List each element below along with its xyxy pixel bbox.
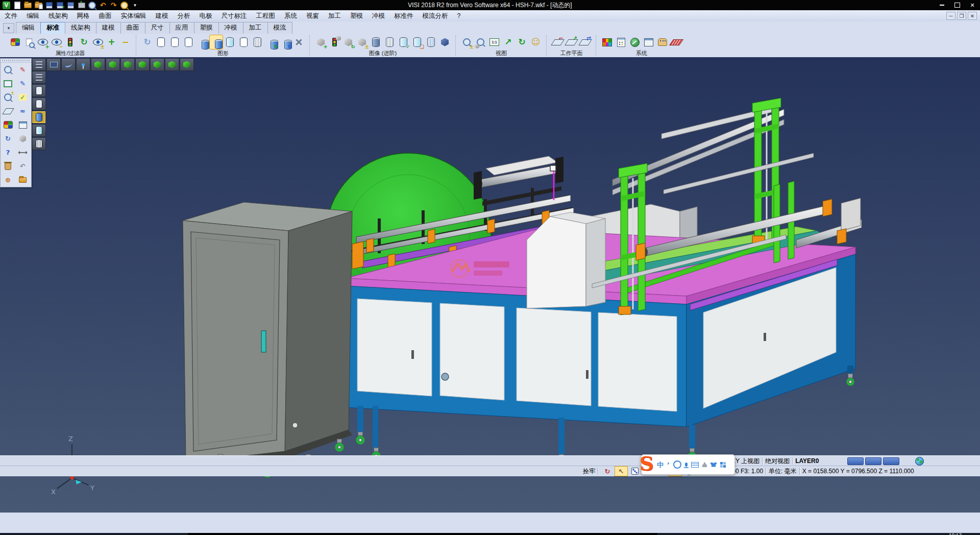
workplane-switch-icon[interactable]: ⇄	[578, 35, 592, 50]
menu-surface[interactable]: 曲面	[94, 11, 116, 21]
sketch-curve-icon[interactable]: ✎	[15, 77, 30, 90]
taskbar-window-button[interactable]	[188, 533, 657, 535]
tab-mould[interactable]: 塑膜	[194, 22, 219, 34]
iso-view-4-icon[interactable]	[135, 58, 150, 71]
menu-machining[interactable]: 加工	[324, 11, 346, 21]
tab-edit[interactable]: 编辑	[16, 22, 41, 34]
open-part-icon[interactable]	[34, 1, 43, 10]
menu-help[interactable]: ?	[453, 11, 465, 20]
eye-add-icon[interactable]: +	[36, 35, 50, 50]
attribute-palette-icon[interactable]	[8, 35, 22, 50]
hidden-line-mode-icon[interactable]	[32, 98, 46, 110]
tab-standard[interactable]: 标准	[40, 22, 65, 34]
system-settings-icon[interactable]	[628, 35, 642, 50]
outline-cylinder-icon[interactable]	[182, 35, 195, 50]
visibility-plus-icon[interactable]: +	[105, 35, 118, 50]
menu-mesh[interactable]: 网格	[72, 11, 94, 21]
calculator-icon[interactable]	[614, 35, 628, 50]
soft-keyboard-icon[interactable]	[691, 462, 699, 468]
shaded-view-face-icon[interactable]: ☺	[529, 35, 543, 50]
mdi-minimize-button[interactable]: ─	[946, 12, 955, 20]
redo-icon[interactable]: ↷	[109, 1, 118, 10]
menu-system[interactable]: 系统	[280, 11, 302, 21]
solids-traffic-light-icon[interactable]	[328, 35, 341, 50]
save-copy-icon[interactable]	[66, 1, 76, 10]
hatch-cylinder-icon[interactable]	[251, 35, 264, 50]
save-icon[interactable]	[44, 1, 54, 10]
eye-remove-icon[interactable]: −	[50, 35, 63, 50]
wire-solid-icon[interactable]	[424, 35, 438, 50]
confirm-check-icon[interactable]: ✓	[15, 90, 30, 104]
fit-window-icon[interactable]	[46, 58, 61, 71]
solids-refresh-icon[interactable]: ↻	[341, 35, 355, 50]
shaded-mode-icon[interactable]	[32, 111, 46, 124]
chinese-mode-icon[interactable]: 中	[657, 461, 664, 468]
tab-progress[interactable]: 冲模	[218, 22, 243, 34]
transparent-mode-icon[interactable]	[32, 137, 46, 150]
snap-refresh-icon[interactable]: ↻	[601, 467, 614, 476]
menu-edit[interactable]: 编辑	[22, 11, 44, 21]
menu-standard-parts[interactable]: 标准件	[389, 11, 418, 21]
help-tool-icon[interactable]: ?	[1, 145, 15, 159]
wireframe-mode-icon[interactable]	[32, 84, 46, 97]
search-icon[interactable]	[119, 1, 129, 10]
lock-label[interactable]: 拴牢	[583, 467, 595, 476]
skin-icon[interactable]	[710, 463, 717, 467]
qat-dropdown-icon[interactable]: ▼	[130, 1, 140, 10]
preview-page-icon[interactable]	[22, 35, 36, 50]
menu-drawing[interactable]: 工程图	[252, 11, 280, 21]
dynamic-view-icon[interactable]	[61, 58, 76, 71]
menu-modeling[interactable]: 建模	[151, 11, 173, 21]
shading-menu-icon[interactable]	[32, 71, 46, 84]
measure-distance-icon[interactable]: ⟷	[15, 145, 30, 159]
person-icon[interactable]	[702, 462, 707, 467]
transparent-cylinder-icon[interactable]	[223, 35, 237, 50]
visibility-minus-icon[interactable]: −	[118, 35, 132, 50]
tab-modeling[interactable]: 建模	[96, 22, 121, 34]
minimize-button[interactable]	[934, 0, 949, 10]
hidden-line-cylinder-icon[interactable]	[168, 35, 182, 50]
menu-mould[interactable]: 塑模	[346, 11, 368, 21]
grid-settings-icon[interactable]	[669, 35, 683, 50]
update-cylinder-icon[interactable]: ↻	[278, 35, 292, 50]
microphone-icon[interactable]	[685, 463, 688, 467]
plot-print-icon[interactable]	[77, 1, 86, 10]
filter-refresh-icon[interactable]: ↻	[77, 35, 91, 50]
tab-machining[interactable]: 加工	[243, 22, 268, 34]
solids-add-icon[interactable]: +	[314, 35, 328, 50]
window-options-icon[interactable]	[642, 35, 655, 50]
menu-progress[interactable]: 冲模	[368, 11, 389, 21]
grid-window-icon[interactable]	[15, 118, 30, 132]
toolbox-grid-icon[interactable]	[720, 462, 726, 468]
open-import-icon[interactable]	[15, 173, 30, 187]
snap-settings-icon[interactable]	[655, 35, 669, 50]
tab-application[interactable]: 应用	[169, 22, 194, 34]
zoom-arrow-icon[interactable]: ↗	[501, 35, 515, 50]
navigator-compass-icon[interactable]: ⊕	[1, 173, 15, 187]
menu-flow-analysis[interactable]: 模流分析	[418, 11, 453, 21]
iso-view-3-icon[interactable]	[120, 58, 135, 71]
palette-drag-handle[interactable]	[1, 59, 31, 63]
tab-dimension[interactable]: 尺寸	[145, 22, 170, 34]
iso-view-1-icon[interactable]	[91, 58, 105, 71]
delete-trash-icon[interactable]	[1, 159, 15, 173]
tab-surface[interactable]: 曲面	[120, 22, 145, 34]
striped-solid-icon[interactable]	[369, 35, 383, 50]
workplane-axes-icon[interactable]: ⌐	[551, 35, 565, 50]
flat-cylinder-icon[interactable]	[237, 35, 251, 50]
filter-traffic-light-icon[interactable]	[63, 35, 77, 50]
tab-wireframe[interactable]: 线架构	[65, 22, 96, 34]
menu-window[interactable]: 视窗	[302, 11, 324, 21]
iso-view-5-icon[interactable]	[150, 58, 164, 71]
color-table-icon[interactable]	[600, 35, 614, 50]
iso-view-7-icon[interactable]	[180, 58, 194, 71]
wireframe-cylinder-icon[interactable]	[154, 35, 168, 50]
zoom-preview-tool-icon[interactable]	[1, 63, 15, 77]
close-button[interactable]: ✕	[965, 0, 980, 10]
tab-flow[interactable]: 模流	[267, 22, 292, 34]
erase-sketch-icon[interactable]: ✎	[15, 63, 30, 77]
recycle-cylinder-icon[interactable]: ↻	[264, 35, 278, 50]
eye-plus-minus-icon[interactable]: ±	[91, 35, 105, 50]
hatched-solid-icon[interactable]	[383, 35, 397, 50]
undo-tool-icon[interactable]: ↶	[15, 159, 30, 173]
